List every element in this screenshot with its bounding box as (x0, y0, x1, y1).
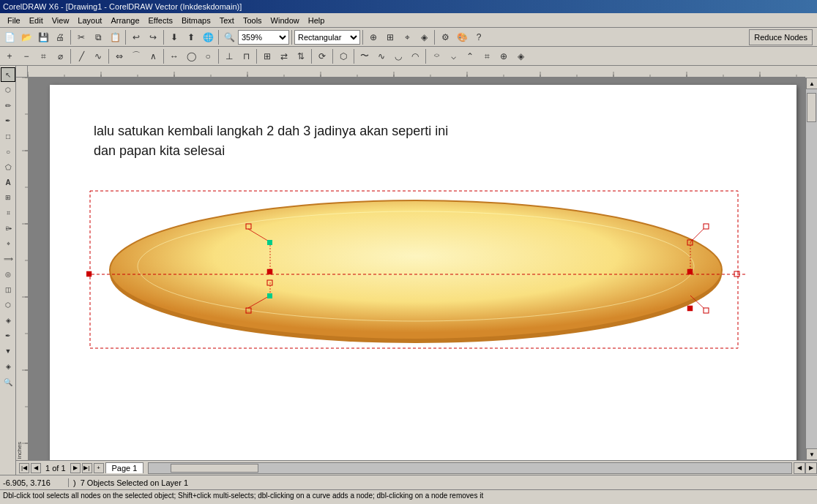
menu-effects[interactable]: Effects (144, 15, 177, 26)
tool-smartdraw[interactable]: ✒ (1, 113, 15, 128)
tool-eyedropper[interactable]: ✒ (1, 328, 15, 343)
print-button[interactable]: 🖨 (52, 29, 68, 45)
node-close-btn[interactable]: ◯ (183, 48, 199, 64)
tool-fill[interactable]: ▼ (1, 344, 15, 358)
last-page-button[interactable]: ▶| (82, 463, 92, 473)
curve-btn1[interactable]: 〜 (357, 48, 373, 64)
node-join2-btn[interactable]: ⊥ (221, 48, 237, 64)
import-button[interactable]: ⬇ (166, 29, 182, 45)
select-all-nodes-btn[interactable]: ⬡ (335, 48, 351, 64)
tool-parallel[interactable]: ⌗ (1, 206, 15, 220)
menu-text[interactable]: Text (215, 15, 239, 26)
node-tool4[interactable]: ⌗ (479, 48, 495, 64)
snap-button[interactable]: ⊕ (365, 29, 381, 45)
menu-tools[interactable]: Tools (239, 15, 266, 26)
reflect-v-btn[interactable]: ⇅ (293, 48, 309, 64)
node-tool2[interactable]: ⌵ (445, 48, 461, 64)
tool-shadow[interactable]: ◫ (1, 282, 15, 297)
tool-freehand[interactable]: ✏ (1, 98, 15, 113)
menu-layout[interactable]: Layout (73, 15, 106, 26)
tool-polygon[interactable]: ⬠ (1, 159, 15, 174)
menu-view[interactable]: View (48, 15, 74, 26)
curve-btn2[interactable]: ∿ (373, 48, 389, 64)
paste-button[interactable]: 📋 (107, 29, 123, 45)
tool-dim[interactable]: ⌲ (1, 221, 15, 236)
add-page-button[interactable]: + (94, 463, 104, 473)
next-page-button[interactable]: ▶ (70, 463, 81, 473)
color-button[interactable]: 🎨 (454, 29, 470, 45)
undo-button[interactable]: ↩ (128, 29, 144, 45)
zoom-in-button[interactable]: 🔍 (221, 29, 237, 45)
menu-window[interactable]: Window (266, 15, 304, 26)
node-reverse-btn[interactable]: ↔ (166, 48, 182, 64)
page-tab[interactable]: Page 1 (105, 462, 144, 473)
guidelines-button[interactable]: ⌖ (399, 29, 415, 45)
node-sym-btn[interactable]: ⇔ (111, 48, 127, 64)
node-add-btn[interactable]: + (1, 48, 18, 64)
node-break2-btn[interactable]: ⊓ (238, 48, 254, 64)
node-join-btn[interactable]: ⌗ (35, 48, 51, 64)
h-scroll-thumb[interactable] (171, 464, 258, 473)
tool-contour[interactable]: ◎ (1, 267, 15, 282)
save-button[interactable]: 💾 (35, 29, 51, 45)
tool-rect[interactable]: □ (1, 129, 15, 143)
menu-arrange[interactable]: Arrange (106, 15, 143, 26)
node-tool6[interactable]: ◈ (512, 48, 529, 64)
node-tool1[interactable]: ⌔ (428, 48, 444, 64)
menu-help[interactable]: Help (304, 15, 329, 26)
node-break-btn[interactable]: ⌀ (52, 48, 68, 64)
tool-zoom[interactable]: 🔍 (1, 375, 15, 389)
export-button[interactable]: ⬆ (183, 29, 199, 45)
tool-smartfill[interactable]: ◈ (1, 359, 15, 374)
scroll-track-v[interactable] (806, 89, 817, 448)
marquee-select[interactable]: Rectangular (294, 30, 360, 45)
menu-edit[interactable]: Edit (25, 15, 48, 26)
node-curve-btn[interactable]: ∿ (90, 48, 106, 64)
scroll-up-button[interactable]: ▲ (806, 78, 817, 89)
align-nodes-btn[interactable]: ⊞ (259, 48, 275, 64)
prev-page-button[interactable]: ◀ (31, 463, 41, 473)
tool-connector[interactable]: ⌖ (1, 236, 15, 251)
reflect-h-btn[interactable]: ⇄ (276, 48, 292, 64)
copy-button[interactable]: ⧉ (90, 29, 106, 45)
objects-button[interactable]: ◈ (416, 29, 432, 45)
tool-extrude[interactable]: ◈ (1, 313, 15, 328)
open-button[interactable]: 📂 (18, 29, 34, 45)
instruction-text: lalu satukan kembali langkah 2 dah 3 jad… (94, 121, 448, 161)
tool-env[interactable]: ⬡ (1, 298, 15, 312)
scroll-right-button[interactable]: ▶ (805, 462, 817, 474)
menu-bitmaps[interactable]: Bitmaps (177, 15, 215, 26)
zoom-select[interactable]: 359% (238, 30, 289, 45)
scroll-thumb-v[interactable] (807, 93, 816, 122)
node-del-btn[interactable]: − (18, 48, 34, 64)
curve-btn4[interactable]: ◠ (407, 48, 423, 64)
cut-button[interactable]: ✂ (73, 29, 89, 45)
node-tool3[interactable]: ⌃ (462, 48, 478, 64)
elastic-btn[interactable]: ⟳ (314, 48, 330, 64)
scroll-left-button[interactable]: ◀ (794, 462, 805, 474)
node-tool5[interactable]: ⊕ (496, 48, 512, 64)
what-button[interactable]: ? (471, 29, 487, 45)
scroll-down-button[interactable]: ▼ (806, 448, 817, 460)
node-smooth-btn[interactable]: ⌒ (128, 48, 144, 64)
node-cusp-btn[interactable]: ∧ (145, 48, 161, 64)
tool-blend[interactable]: ⟹ (1, 252, 15, 266)
publish-button[interactable]: 🌐 (200, 29, 216, 45)
redo-button[interactable]: ↪ (145, 29, 161, 45)
menu-file[interactable]: File (3, 15, 25, 26)
first-page-button[interactable]: |◀ (19, 463, 29, 473)
curve-btn3[interactable]: ◡ (390, 48, 406, 64)
node-open-btn[interactable]: ○ (200, 48, 216, 64)
grid-button[interactable]: ⊞ (382, 29, 398, 45)
canvas[interactable]: lalu satukan kembali langkah 2 dah 3 jad… (28, 78, 805, 460)
tool-ellipse[interactable]: ○ (1, 144, 15, 159)
options-button[interactable]: ⚙ (437, 29, 453, 45)
tool-table[interactable]: ⊞ (1, 190, 15, 205)
tool-select[interactable]: ↖ (1, 67, 15, 82)
h-scrollbar[interactable] (148, 462, 792, 474)
node-line-btn[interactable]: ╱ (73, 48, 89, 64)
tool-node[interactable]: ⬡ (1, 83, 15, 97)
reduce-nodes-button[interactable]: Reduce Nodes (749, 29, 813, 45)
tool-text[interactable]: A (1, 175, 15, 189)
new-button[interactable]: 📄 (1, 29, 18, 45)
